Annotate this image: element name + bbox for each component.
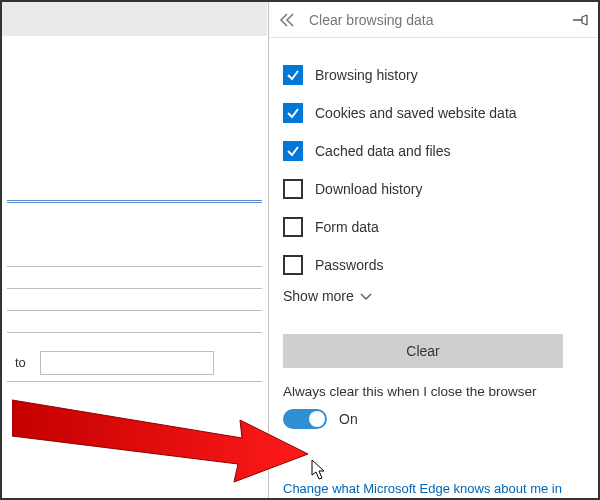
option-browsing-history[interactable]: Browsing history [283,56,584,94]
option-label: Cached data and files [315,143,450,159]
always-clear-toggle-row: On [269,399,598,429]
toggle-state-label: On [339,411,358,427]
date-range-row: to [7,352,262,382]
checkbox-icon[interactable] [283,65,303,85]
option-form-data[interactable]: Form data [283,208,584,246]
panel-header: Clear browsing data [269,2,598,38]
input-highlight [7,200,262,203]
checkbox-icon[interactable] [283,179,303,199]
show-more-label: Show more [283,288,354,304]
checkbox-icon[interactable] [283,141,303,161]
toggle-knob [309,411,325,427]
option-label: Form data [315,219,379,235]
option-label: Download history [315,181,422,197]
checkbox-icon[interactable] [283,103,303,123]
option-passwords[interactable]: Passwords [283,246,584,284]
back-icon[interactable] [279,13,297,27]
pin-icon[interactable] [572,13,588,27]
option-download-history[interactable]: Download history [283,170,584,208]
option-label: Cookies and saved website data [315,105,517,121]
panel-title: Clear browsing data [309,12,572,28]
chevron-down-icon [360,288,372,304]
option-cookies[interactable]: Cookies and saved website data [283,94,584,132]
to-input[interactable] [40,351,214,375]
checkbox-icon[interactable] [283,255,303,275]
always-clear-label: Always clear this when I close the brows… [269,368,598,399]
to-label: to [7,355,40,370]
show-more-link[interactable]: Show more [283,288,372,304]
footer-link[interactable]: Change what Microsoft Edge knows about m… [283,481,584,496]
clear-button[interactable]: Clear [283,334,563,368]
content-area: to [2,2,267,500]
clear-browsing-data-panel: Clear browsing data Browsing history Coo… [268,2,598,498]
field-rows [7,245,262,333]
options-list: Browsing history Cookies and saved websi… [269,38,598,304]
option-label: Browsing history [315,67,418,83]
tab-bar-placeholder [2,2,267,36]
option-cached[interactable]: Cached data and files [283,132,584,170]
checkbox-icon[interactable] [283,217,303,237]
option-label: Passwords [315,257,383,273]
toggle-switch[interactable] [283,409,327,429]
